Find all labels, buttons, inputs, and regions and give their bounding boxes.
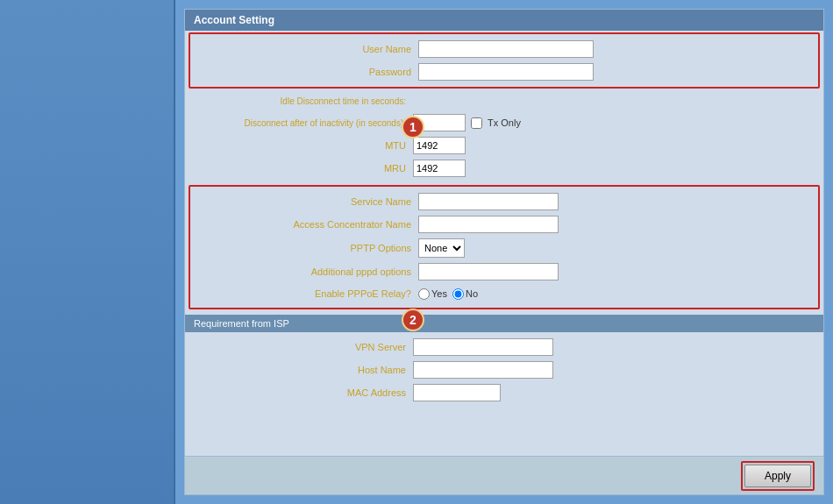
vpn-server-input[interactable] <box>413 338 553 356</box>
bottom-bar: Apply <box>185 456 823 494</box>
step-badge-1: 1 <box>402 116 424 138</box>
requirement-header: Requirement from ISP <box>185 315 823 332</box>
pppoe-relay-row: Enable PPPoE Relay? Yes No <box>190 283 818 304</box>
apply-button[interactable]: Apply <box>744 465 811 487</box>
mac-address-label: MAC Address <box>185 387 413 398</box>
pppd-options-label: Additional pppd options <box>190 266 418 277</box>
service-name-input[interactable] <box>418 193 559 210</box>
pppoe-yes-radio[interactable] <box>418 288 430 300</box>
requirement-section: Requirement from ISP VPN Server Host Nam… <box>185 315 823 404</box>
pptp-options-label: PPTP Options <box>190 243 418 253</box>
vpn-server-row: VPN Server <box>185 336 823 358</box>
mru-label: MRU <box>185 163 413 174</box>
main-area: 1 2 3 Account Setting User Name Password <box>175 0 833 504</box>
mru-row: MRU <box>185 157 823 180</box>
pptp-options-select[interactable]: None <box>418 238 465 258</box>
pppoe-relay-options: Yes No <box>418 288 478 300</box>
mac-address-row: MAC Address <box>185 381 823 404</box>
pppd-options-input[interactable] <box>418 263 559 280</box>
idle-label: Idle Disconnect time in seconds: <box>185 96 413 107</box>
optional-highlight: Service Name Access Concentrator Name PP… <box>189 185 820 309</box>
vpn-server-label: VPN Server <box>185 342 413 352</box>
content-wrapper: 1 2 3 Account Setting User Name Password <box>184 9 824 495</box>
mtu-input[interactable] <box>413 137 466 154</box>
idle-value-row: Disconnect after of inactivity (in secon… <box>185 111 823 134</box>
tx-only-checkbox[interactable] <box>471 117 482 129</box>
idle-value-label: Disconnect after of inactivity (in secon… <box>185 117 413 129</box>
password-input[interactable] <box>418 63 594 81</box>
username-row: User Name <box>190 38 818 60</box>
idle-value-inputs: Tx Only <box>413 114 521 131</box>
username-input[interactable] <box>418 40 594 58</box>
mtu-row: MTU <box>185 134 823 157</box>
access-concentrator-input[interactable] <box>418 216 559 233</box>
username-label: User Name <box>190 44 418 54</box>
content-box: Account Setting User Name Password Idle … <box>184 9 824 495</box>
password-row: Password <box>190 60 818 83</box>
credentials-highlight: User Name Password <box>189 32 820 89</box>
service-name-row: Service Name <box>190 190 818 213</box>
idle-disconnect-row: Idle Disconnect time in seconds: <box>185 90 823 111</box>
host-name-input[interactable] <box>413 361 553 379</box>
access-concentrator-row: Access Concentrator Name <box>190 213 818 236</box>
mac-address-input[interactable] <box>413 384 501 401</box>
host-name-row: Host Name <box>185 358 823 381</box>
mtu-label: MTU <box>185 140 413 151</box>
service-name-label: Service Name <box>190 196 418 207</box>
pppoe-no-radio[interactable] <box>452 288 464 300</box>
apply-button-wrapper: Apply <box>741 461 815 491</box>
pppoe-yes-option[interactable]: Yes <box>418 288 447 300</box>
host-name-label: Host Name <box>185 365 413 375</box>
password-label: Password <box>190 67 418 77</box>
pppoe-relay-label: Enable PPPoE Relay? <box>190 288 418 299</box>
pppoe-no-option[interactable]: No <box>452 288 478 300</box>
account-setting-header: Account Setting <box>185 10 823 31</box>
access-concentrator-label: Access Concentrator Name <box>190 219 418 230</box>
tx-only-label: Tx Only <box>488 117 521 128</box>
step-badge-2: 2 <box>402 309 424 331</box>
mru-input[interactable] <box>413 160 466 177</box>
pppd-options-row: Additional pppd options <box>190 260 818 283</box>
pptp-options-row: PPTP Options None <box>190 236 818 260</box>
left-panel <box>0 0 175 504</box>
